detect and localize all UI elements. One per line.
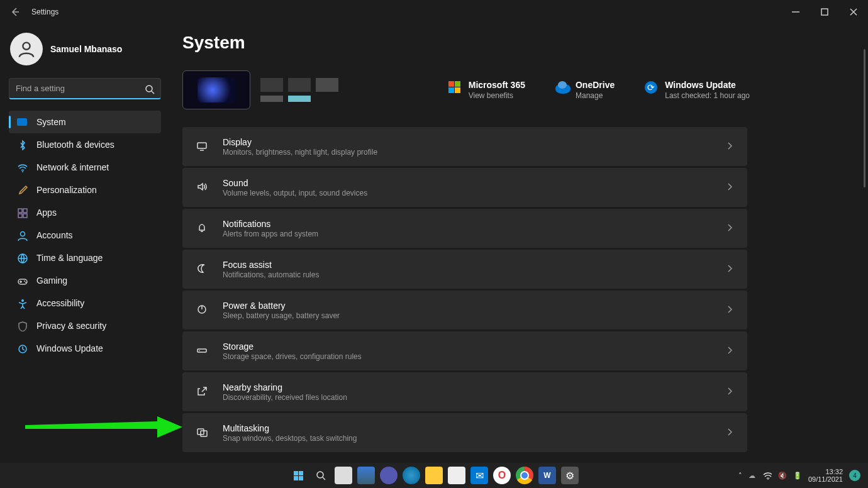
person-icon — [16, 230, 28, 241]
setting-title: Sound — [223, 178, 367, 188]
store-icon[interactable] — [448, 467, 465, 484]
main-panel: System Microsoft 365View benefits OneDri… — [170, 24, 868, 463]
setting-subtitle: Volume levels, output, input, sound devi… — [223, 189, 367, 197]
setting-title: Storage — [223, 341, 362, 352]
sidebar-item-gaming[interactable]: Gaming — [9, 269, 161, 292]
chevron-right-icon — [723, 180, 735, 194]
setting-title: Nearby sharing — [223, 382, 347, 392]
setting-subtitle: Monitors, brightness, night light, displ… — [223, 148, 377, 157]
setting-item-storage[interactable]: StorageStorage space, drives, configurat… — [182, 331, 747, 370]
system-icon — [16, 116, 28, 128]
opera-icon[interactable]: O — [493, 467, 511, 484]
setting-subtitle: Notifications, automatic rules — [223, 270, 319, 279]
taskbar-clock[interactable]: 13:32 09/11/2021 — [808, 468, 843, 483]
search-input[interactable] — [9, 78, 161, 99]
setting-list: DisplayMonitors, brightness, night light… — [182, 127, 747, 452]
brush-icon — [16, 184, 28, 196]
microsoft-icon — [448, 81, 461, 94]
power-icon — [195, 302, 210, 318]
update-icon — [16, 343, 28, 354]
sidebar-item-update[interactable]: Windows Update — [9, 337, 161, 360]
task-view-icon[interactable] — [335, 467, 352, 484]
sidebar-item-system[interactable]: System — [9, 111, 161, 133]
close-button[interactable] — [839, 2, 868, 22]
chat-icon[interactable] — [380, 467, 398, 484]
sidebar-item-network[interactable]: Network & internet — [9, 156, 161, 179]
setting-subtitle: Sleep, battery usage, battery saver — [223, 311, 340, 320]
bell-icon — [195, 221, 210, 236]
multitask-icon — [195, 425, 210, 440]
taskbar: ✉ O W ⚙ ˄ ☁ 🔇 🔋 13:32 09/11/2021 4 — [0, 463, 868, 488]
setting-item-notifications[interactable]: NotificationsAlerts from apps and system — [182, 209, 747, 248]
sidebar-item-personalization[interactable]: Personalization — [9, 179, 161, 201]
tray-wifi-icon[interactable] — [762, 470, 772, 481]
chevron-right-icon — [723, 140, 735, 153]
tray-onedrive-icon[interactable]: ☁ — [748, 472, 755, 480]
sidebar-item-accounts[interactable]: Accounts — [9, 224, 161, 247]
tray-volume-icon[interactable]: 🔇 — [778, 472, 787, 480]
word-icon[interactable]: W — [538, 467, 556, 484]
chevron-right-icon — [723, 385, 735, 399]
pc-preview[interactable] — [182, 70, 250, 109]
quicklink-ms365[interactable]: Microsoft 365View benefits — [448, 80, 525, 100]
setting-item-power-battery[interactable]: Power & batterySleep, battery usage, bat… — [182, 291, 747, 330]
title-bar: Settings — [0, 0, 868, 24]
apps-icon — [16, 207, 28, 218]
widgets-icon[interactable] — [357, 467, 375, 484]
setting-item-display[interactable]: DisplayMonitors, brightness, night light… — [182, 127, 747, 166]
bluetooth-icon — [16, 139, 28, 150]
globe-icon — [16, 252, 28, 263]
chevron-right-icon — [723, 262, 735, 276]
wifi-icon — [16, 162, 28, 173]
setting-title: Notifications — [223, 219, 318, 229]
window-title: Settings — [31, 8, 58, 16]
search-icon — [143, 83, 155, 97]
taskbar-search-icon[interactable] — [312, 467, 330, 484]
sidebar-item-apps[interactable]: Apps — [9, 201, 161, 224]
setting-subtitle: Discoverability, received files location — [223, 393, 347, 402]
back-button[interactable] — [9, 6, 21, 18]
page-title: System — [182, 33, 850, 53]
search-box[interactable] — [9, 78, 161, 99]
windows-update-icon: ⟳ — [645, 81, 657, 94]
start-button[interactable] — [289, 467, 307, 484]
chrome-icon[interactable] — [516, 467, 533, 484]
settings-icon[interactable]: ⚙ — [561, 467, 579, 484]
setting-item-multitasking[interactable]: MultitaskingSnap windows, desktops, task… — [182, 413, 747, 452]
quicklink-update[interactable]: ⟳ Windows UpdateLast checked: 1 hour ago — [645, 80, 750, 100]
chevron-right-icon — [723, 221, 735, 235]
explorer-icon[interactable] — [425, 467, 443, 484]
scrollbar[interactable] — [864, 49, 865, 187]
sidebar: Samuel Mbanaso System Bluetooth & device… — [0, 24, 170, 463]
storage-icon — [195, 343, 210, 358]
chevron-right-icon — [723, 303, 735, 317]
setting-item-sound[interactable]: SoundVolume levels, output, input, sound… — [182, 168, 747, 207]
maximize-button[interactable] — [810, 2, 839, 22]
setting-subtitle: Snap windows, desktops, task switching — [223, 434, 357, 443]
moon-icon — [195, 262, 210, 277]
profile-block[interactable]: Samuel Mbanaso — [9, 24, 161, 78]
edge-icon[interactable] — [403, 467, 420, 484]
sidebar-item-accessibility[interactable]: Accessibility — [9, 292, 161, 314]
setting-title: Focus assist — [223, 260, 319, 270]
setting-item-nearby-sharing[interactable]: Nearby sharingDiscoverability, received … — [182, 372, 747, 411]
sidebar-item-privacy[interactable]: Privacy & security — [9, 314, 161, 337]
setting-title: Power & battery — [223, 301, 340, 311]
theme-swatches[interactable] — [260, 78, 338, 102]
setting-subtitle: Alerts from apps and system — [223, 230, 318, 238]
minimize-button[interactable] — [781, 2, 810, 22]
tray-chevron-icon[interactable]: ˄ — [738, 472, 742, 480]
sidebar-item-time[interactable]: Time & language — [9, 247, 161, 269]
sidebar-item-bluetooth[interactable]: Bluetooth & devices — [9, 133, 161, 156]
setting-title: Multitasking — [223, 423, 357, 433]
setting-item-focus-assist[interactable]: Focus assistNotifications, automatic rul… — [182, 250, 747, 289]
quicklink-onedrive[interactable]: OneDriveManage — [555, 80, 615, 100]
avatar — [10, 33, 43, 65]
tray-battery-icon[interactable]: 🔋 — [793, 472, 802, 480]
mail-icon[interactable]: ✉ — [470, 467, 488, 484]
chevron-right-icon — [723, 344, 735, 358]
display-icon — [195, 139, 210, 154]
setting-title: Display — [223, 137, 377, 147]
accessibility-icon — [16, 297, 28, 309]
notification-badge[interactable]: 4 — [849, 470, 860, 481]
